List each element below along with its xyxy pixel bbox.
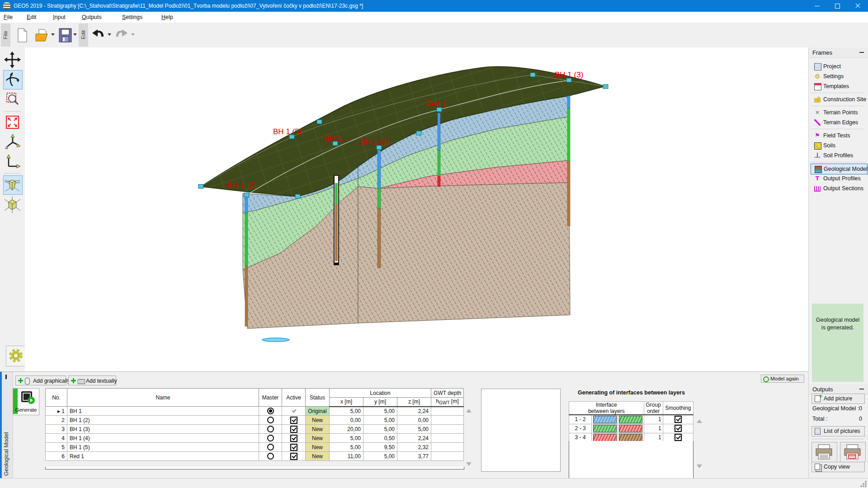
master-radio[interactable] (267, 417, 274, 423)
col-master[interactable]: Master (259, 389, 282, 407)
table-scroll-up[interactable] (466, 409, 472, 413)
frame-item-soil-profiles[interactable]: Soil Profiles (811, 150, 867, 160)
frame-item-terrain-edges[interactable]: Terrain Edges (811, 117, 867, 127)
save-dropdown[interactable] (73, 33, 77, 36)
file-toolbar-tab[interactable]: File (1, 23, 10, 47)
active-checkbox[interactable] (291, 408, 297, 414)
cell-name[interactable]: BH 1 (2) (67, 416, 259, 425)
frame-item-output-sections[interactable]: Output Sections (811, 183, 867, 193)
col-active[interactable]: Active (282, 389, 306, 407)
col-name[interactable]: Name (67, 389, 259, 407)
frame-item-geological-model[interactable]: Geological Model (811, 164, 868, 174)
rotate-view-button[interactable] (3, 70, 23, 89)
maximize-button[interactable] (827, 0, 848, 12)
active-checkbox[interactable] (290, 444, 297, 451)
outputs-collapse-button[interactable] (859, 389, 864, 389)
close-button[interactable] (848, 0, 868, 12)
redo-dropdown[interactable] (131, 33, 135, 36)
smoothing-checkbox[interactable] (675, 425, 682, 432)
cell-name[interactable]: Red 1 (67, 452, 259, 461)
panel-side-tab[interactable]: Geological Model (2, 372, 13, 479)
col-no[interactable]: No. (46, 389, 67, 407)
axonometry-view-button[interactable] (3, 196, 22, 214)
print-button[interactable] (811, 442, 837, 462)
view-settings-button[interactable] (6, 346, 27, 366)
frame-item-field-tests[interactable]: ⚑Field Tests (811, 131, 867, 141)
frame-item-soils[interactable]: Soils (811, 141, 867, 150)
smoothing-checkbox[interactable] (675, 416, 682, 423)
new-document-button[interactable] (14, 27, 30, 44)
menu-settings[interactable]: Settings (122, 14, 142, 20)
redo-button[interactable] (114, 27, 129, 44)
active-checkbox[interactable] (290, 426, 297, 433)
active-checkbox[interactable] (290, 435, 297, 442)
table-row[interactable]: 4 BH 1 (4) New 5,00 0,50 2,24 (46, 434, 464, 443)
cell-name[interactable]: BH 1 (4) (67, 434, 259, 443)
col-y[interactable]: y [m] (363, 398, 397, 407)
add-graphically-button[interactable]: Add graphically (15, 375, 66, 385)
table-scroll-down[interactable] (466, 462, 472, 466)
undo-button[interactable] (90, 27, 106, 44)
col-gwt[interactable]: GWT depth (431, 389, 464, 398)
cell-name[interactable]: BH 1 (67, 407, 259, 416)
menu-outputs[interactable]: Outputs (82, 14, 102, 20)
menu-input[interactable]: Input (53, 14, 66, 20)
copy-view-button[interactable]: Copy view (811, 462, 865, 472)
interfaces-scroll-up[interactable] (697, 419, 702, 423)
cell-name[interactable]: BH 1 (3) (67, 425, 259, 434)
master-radio[interactable] (267, 408, 274, 414)
master-radio[interactable] (267, 453, 274, 460)
table-row[interactable]: 2 BH 1 (2) New 0,00 5,00 0,00 (46, 416, 464, 425)
resize-grip[interactable] (860, 481, 867, 487)
interface-row[interactable]: 3 - 4 1 (569, 433, 693, 442)
save-button[interactable] (57, 27, 73, 44)
frame-item-project[interactable]: Project (811, 61, 867, 71)
frame-item-settings[interactable]: ⚙Settings (811, 71, 867, 81)
active-checkbox[interactable] (290, 417, 297, 424)
frame-item-terrain-points[interactable]: ✕Terrain Points (811, 108, 867, 117)
edit-toolbar-tab[interactable]: Edit (79, 23, 88, 47)
smoothing-checkbox[interactable] (675, 434, 682, 441)
generate-button[interactable]: Generate (13, 388, 39, 415)
master-radio[interactable] (267, 444, 274, 450)
interfaces-scroll-down[interactable] (697, 465, 702, 468)
pan-view-button[interactable] (3, 51, 22, 69)
col-x[interactable]: x [m] (330, 398, 363, 407)
cell-name[interactable]: BH 1 (5) (67, 443, 259, 452)
add-textually-button[interactable]: Add textually (68, 375, 116, 385)
interface-row[interactable]: 1 - 2 1 (569, 415, 693, 424)
model-viewport[interactable]: BH 1 (2) BH 1 (5) BH 1 BH 1 (4) Red 1 BH… (25, 47, 808, 371)
perspective-view-button[interactable] (3, 175, 23, 195)
axes-2d-button[interactable] (3, 153, 22, 171)
table-row[interactable]: 6 Red 1 New 11,00 5,00 3,77 (46, 452, 464, 461)
table-row[interactable]: ▸ 1 BH 1 Original 5,00 5,00 2,24 (46, 407, 464, 416)
menu-help[interactable]: Help (161, 14, 173, 20)
frame-item-output-profiles[interactable]: TOutput Profiles (811, 174, 867, 183)
col-gwt-sub[interactable]: hGWT [m] (431, 398, 464, 407)
col-status[interactable]: Status (306, 389, 330, 407)
minimize-button[interactable] (807, 0, 827, 12)
zoom-window-button[interactable] (3, 90, 22, 109)
col-z[interactable]: z [m] (397, 398, 431, 407)
add-picture-button[interactable]: Add picture (811, 394, 865, 404)
master-radio[interactable] (267, 435, 274, 441)
menu-edit[interactable]: Edit (27, 14, 37, 20)
frame-item-templates[interactable]: Templates (811, 81, 867, 91)
undo-dropdown[interactable] (108, 33, 111, 36)
open-button[interactable] (34, 27, 50, 44)
open-dropdown[interactable] (51, 33, 55, 36)
frames-collapse-button[interactable] (859, 52, 864, 53)
master-radio[interactable] (267, 426, 274, 432)
col-location[interactable]: Location (330, 389, 431, 398)
list-of-pictures-button[interactable]: List of pictures (811, 426, 865, 436)
table-row[interactable]: 5 BH 1 (5) New 5,00 9,50 2,32 (46, 443, 464, 452)
zoom-extents-button[interactable] (3, 113, 22, 131)
print-report-button[interactable] (840, 442, 866, 462)
axes-3d-button[interactable] (3, 133, 22, 152)
active-checkbox[interactable] (290, 453, 297, 460)
menu-file[interactable]: File (4, 14, 13, 20)
interface-row[interactable]: 2 - 3 1 (569, 424, 693, 433)
frame-item-construction-site[interactable]: Construction Site (811, 94, 867, 104)
table-row[interactable]: 3 BH 1 (3) New 20,00 5,00 5,00 (46, 425, 464, 434)
model-again-button[interactable]: Model again (761, 375, 804, 383)
